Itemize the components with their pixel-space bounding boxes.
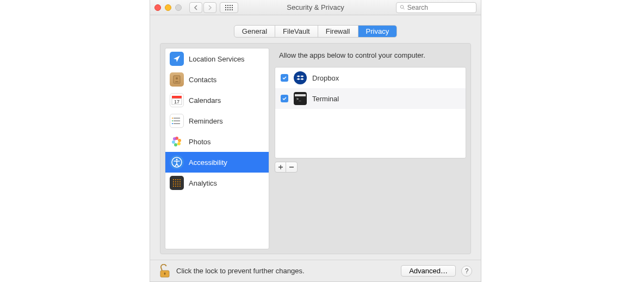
svg-point-34 [175,186,176,187]
svg-point-10 [172,118,173,119]
svg-point-14 [178,139,181,142]
accessibility-icon [170,155,184,169]
traffic-lights [154,4,182,11]
svg-line-1 [403,8,404,9]
allowed-apps-list[interactable]: Dropbox >_ Terminal [275,67,466,158]
grid-icon [225,5,233,10]
svg-point-33 [173,186,174,187]
tab-row: General FileVault Firewall Privacy [150,15,481,43]
app-row-terminal[interactable]: >_ Terminal [275,88,466,109]
unlocked-lock-icon [159,264,171,278]
forward-button[interactable] [203,2,216,13]
svg-point-11 [172,120,173,121]
svg-point-23 [177,179,178,180]
question-mark-icon: ? [465,267,469,275]
tab-firewall[interactable]: Firewall [318,26,358,37]
panel-prompt: Allow the apps below to control your com… [275,48,466,67]
add-remove-buttons [275,162,298,173]
svg-text:17: 17 [174,99,179,105]
terminal-icon: >_ [294,92,307,105]
sidebar-item-label: Photos [189,138,210,146]
calendar-icon: 17 [170,93,184,107]
minimize-window-button[interactable] [165,4,171,11]
analytics-grid-icon [170,176,184,190]
checkbox-dropbox[interactable] [281,74,288,82]
location-arrow-icon [170,52,184,66]
svg-rect-41 [164,273,165,275]
search-input[interactable] [407,4,473,11]
sidebar-item-reminders[interactable]: Reminders [165,111,269,131]
svg-point-36 [179,186,181,187]
sidebar-item-label: Reminders [189,117,223,125]
svg-point-30 [175,183,176,185]
privacy-sidebar: Location Services Contacts 17 Calendars [165,48,269,249]
lock-text: Click the lock to prevent further change… [176,267,305,275]
reminders-icon [170,114,184,128]
sidebar-item-photos[interactable]: Photos [165,131,269,152]
advanced-button[interactable]: Advanced… [401,265,456,277]
svg-point-22 [175,179,176,180]
svg-point-12 [172,123,173,124]
svg-point-24 [179,179,181,180]
svg-point-26 [175,181,176,182]
app-row-dropbox[interactable]: Dropbox [275,68,466,88]
plus-icon [278,164,283,170]
accessibility-panel: Allow the apps below to control your com… [275,48,466,249]
back-button[interactable] [189,2,202,13]
footer: Click the lock to prevent further change… [150,260,481,281]
sidebar-item-accessibility[interactable]: Accessibility [165,152,269,173]
svg-point-32 [179,183,181,185]
svg-point-17 [172,140,175,144]
tab-group: General FileVault Firewall Privacy [234,25,397,38]
show-all-prefs-button[interactable] [220,2,238,13]
help-button[interactable]: ? [461,266,472,277]
svg-rect-4 [172,96,182,99]
svg-point-20 [176,159,178,161]
search-field[interactable] [396,2,476,13]
svg-point-3 [176,77,178,79]
tab-privacy[interactable]: Privacy [358,26,397,37]
sidebar-item-label: Analytics [189,179,217,187]
search-icon [400,4,405,10]
svg-rect-37 [295,94,306,96]
sidebar-item-calendars[interactable]: 17 Calendars [165,90,269,111]
privacy-content: Location Services Contacts 17 Calendars [160,43,471,254]
chevron-left-icon [194,5,198,10]
contacts-book-icon [170,72,184,87]
checkbox-terminal[interactable] [281,95,288,102]
zoom-window-button[interactable] [175,4,182,11]
svg-point-15 [177,142,181,145]
sidebar-item-analytics[interactable]: Analytics [165,173,269,193]
nav-buttons [189,2,216,13]
svg-point-0 [400,5,404,9]
sidebar-item-contacts[interactable]: Contacts [165,69,269,90]
minus-icon [289,164,294,170]
sidebar-item-label: Accessibility [189,158,227,167]
svg-point-35 [177,186,178,187]
app-label: Terminal [312,95,339,103]
content-area: Location Services Contacts 17 Calendars [150,43,481,260]
sidebar-item-label: Location Services [189,55,245,63]
tab-filevault[interactable]: FileVault [275,26,318,37]
titlebar: Security & Privacy [150,0,481,15]
svg-point-16 [174,143,177,146]
svg-point-21 [173,179,174,180]
svg-text:>_: >_ [296,97,301,101]
dropbox-icon [294,71,307,84]
add-app-button[interactable] [275,162,286,172]
remove-app-button[interactable] [286,162,297,172]
svg-point-27 [177,181,178,182]
svg-point-25 [173,181,174,182]
svg-point-29 [173,183,174,185]
tab-general[interactable]: General [234,26,275,37]
svg-point-28 [179,181,181,182]
preferences-window: Security & Privacy General FileVault Fir… [150,0,481,282]
app-label: Dropbox [312,74,339,82]
check-icon [282,75,287,81]
sidebar-item-label: Contacts [189,76,216,84]
sidebar-item-label: Calendars [189,96,221,105]
sidebar-item-location[interactable]: Location Services [165,48,269,69]
lock-button[interactable] [159,264,171,278]
close-window-button[interactable] [154,4,161,11]
check-icon [282,96,287,101]
